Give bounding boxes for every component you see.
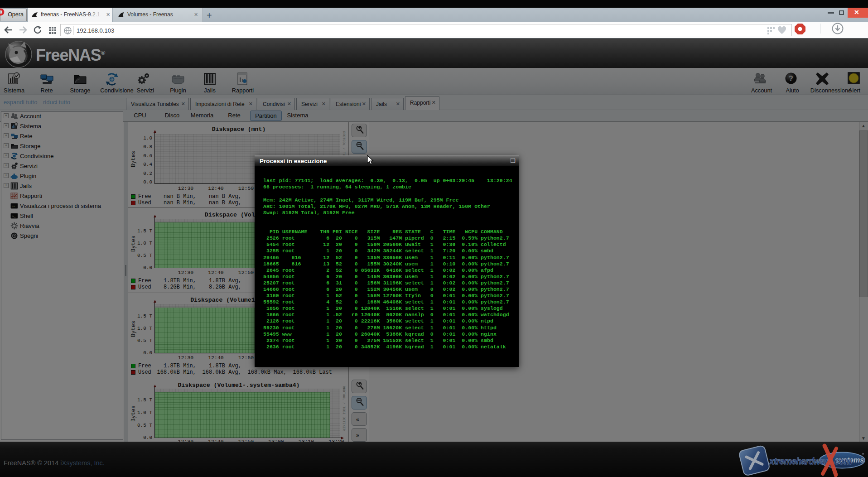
svg-text:xtremehardware.com: xtremehardware.com bbox=[769, 456, 852, 466]
